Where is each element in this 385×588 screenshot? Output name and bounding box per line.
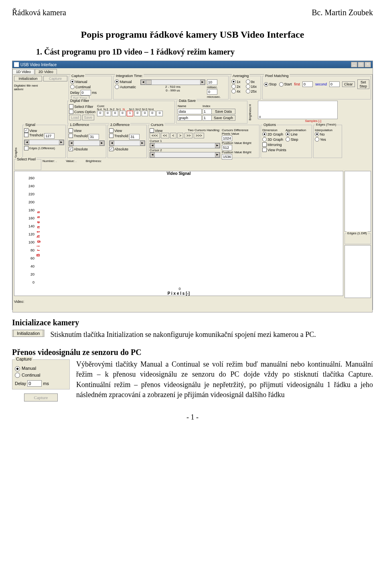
- ill-manual-radio: Manual: [15, 366, 67, 371]
- save-graph-button[interactable]: Save Graph: [211, 115, 235, 121]
- capture-manual-radio[interactable]: Manual: [70, 79, 87, 84]
- edges-diff-list: [344, 245, 371, 298]
- datasave-name2[interactable]: graph: [178, 115, 202, 121]
- transfer-heading: Přenos videosignálu ze senzoru do PC: [12, 348, 373, 357]
- ms-input[interactable]: 10: [207, 79, 217, 85]
- avg-25x-radio[interactable]: 25x: [246, 89, 260, 93]
- window-titlebar: USB Video Interface _ □ ×: [12, 61, 373, 68]
- pm-stop-radio[interactable]: Stop: [264, 82, 277, 87]
- save-data-button[interactable]: Save Data: [211, 109, 235, 114]
- brightness-h-label: Brightness H: [249, 101, 257, 124]
- pm-second-input[interactable]: 0: [329, 81, 340, 87]
- capture-continual-radio[interactable]: Continual: [70, 85, 91, 89]
- avg-2x-radio[interactable]: 2x: [231, 84, 245, 89]
- delay-input[interactable]: 0: [81, 90, 91, 95]
- capture-group-title: Capture: [71, 74, 85, 78]
- signal-view-check[interactable]: View: [24, 128, 37, 133]
- maximize-button[interactable]: □: [358, 62, 364, 67]
- init-heading: Inicializace kamery: [12, 318, 373, 327]
- video-signal-chart: Video Signal B r i g h t n e s s 260 240…: [14, 171, 343, 296]
- window-title: USB Video Interface: [20, 63, 57, 67]
- init-button-image: Initialization: [12, 330, 45, 337]
- averaging-group-title: Averaging: [232, 74, 249, 78]
- avg-16x-radio[interactable]: 16x: [246, 84, 260, 89]
- capture-panel-illustration: Capture Manual Continual Delay 0 ms: [12, 359, 70, 389]
- tab-1d-video[interactable]: 1D Video: [12, 69, 34, 74]
- init-text: Stisknutím tlačítka Initialization se na…: [50, 330, 316, 340]
- doc-title: Popis programu řádkové kamery USB Video …: [12, 29, 373, 40]
- signal-edges-check[interactable]: Edges (1.Difference): [24, 146, 55, 150]
- pixel-matching-title: Pixel Matching: [264, 74, 290, 78]
- initialization-button[interactable]: Initialization: [14, 76, 42, 81]
- doc-subtitle: 1. Část programu pro 1D video – 1 řádkov…: [36, 47, 373, 57]
- page-header: Řádková kamera Bc. Martin Zoubek: [12, 8, 373, 17]
- capture-button[interactable]: Capture: [43, 76, 67, 81]
- pm-first-input[interactable]: 0: [302, 81, 313, 87]
- data-save-title: Data Save: [178, 99, 197, 103]
- us-input[interactable]: 0: [207, 89, 217, 95]
- brightness-mini-chart: 0 Samples [-]: [258, 101, 338, 119]
- edges-tresh-list: [344, 171, 371, 232]
- ill-continual-radio: Continual: [15, 373, 67, 378]
- digital-filter-title: Digital Filter: [69, 99, 90, 103]
- ill-capture-button: Capture: [24, 393, 58, 401]
- close-button[interactable]: ×: [365, 62, 371, 67]
- minimize-button[interactable]: _: [351, 62, 357, 67]
- page-footer: - 1 -: [12, 413, 373, 422]
- pm-start-radio[interactable]: Start: [279, 82, 292, 87]
- tab-2d-video[interactable]: 2D Video: [35, 69, 57, 74]
- graphs-label: Graphs: [14, 125, 21, 158]
- header-right: Bc. Martin Zoubek: [312, 8, 373, 17]
- datasave-name1[interactable]: data: [178, 109, 202, 114]
- app-icon: [14, 62, 19, 67]
- select-filter-check[interactable]: Select Filter: [69, 104, 93, 109]
- integration-auto-radio[interactable]: Automatic: [115, 85, 136, 89]
- integration-ms-scroll[interactable]: ◄►: [140, 79, 205, 85]
- avg-9x-radio[interactable]: 9x: [246, 79, 260, 84]
- transfer-text: Výběrovými tlačítky Manual a Continual s…: [76, 359, 373, 400]
- integration-group-title: Integration Time:: [115, 74, 144, 78]
- header-left: Řádková kamera: [12, 8, 66, 17]
- app-screenshot: USB Video Interface _ □ × 1D Video 2D Vi…: [12, 61, 373, 310]
- df-load-button[interactable]: Load: [69, 115, 81, 120]
- avg-4x-radio[interactable]: 4x: [231, 89, 245, 93]
- integration-manual-radio[interactable]: Manual: [115, 79, 132, 84]
- signal-tresh-check[interactable]: Treshold: [24, 133, 43, 137]
- init-btn-illustration: Initialization: [13, 330, 43, 337]
- main-tabs: 1D Video 2D Video: [12, 69, 373, 74]
- pm-setstep-button[interactable]: Set Step: [357, 79, 369, 89]
- status-bar: Video:: [14, 300, 371, 304]
- cores-option-check[interactable]: Cores Option: [69, 109, 95, 114]
- filter-status-label: Digitální filtr není aktivní: [14, 84, 42, 91]
- pm-clear-button[interactable]: Clear: [342, 81, 355, 87]
- df-save-button[interactable]: Save: [82, 115, 95, 120]
- avg-1x-radio[interactable]: 1x: [231, 79, 245, 84]
